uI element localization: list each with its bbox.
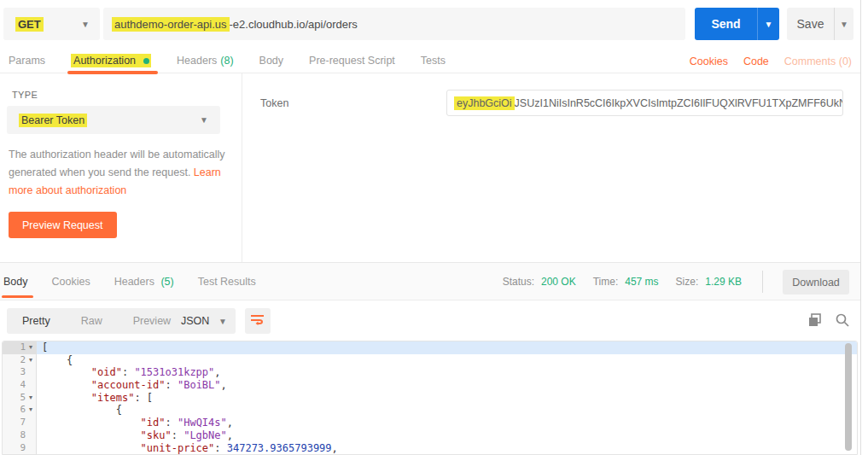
method-select[interactable]: GET ▼ [3, 8, 100, 40]
response-language-value: JSON [181, 315, 209, 327]
fold-caret-icon[interactable]: ▾ [26, 354, 36, 367]
preview-request-button[interactable]: Preview Request [9, 212, 117, 238]
fold-caret-icon[interactable]: ▾ [26, 404, 36, 417]
response-tab-body[interactable]: Body [3, 276, 28, 288]
editor-scrollbar[interactable] [845, 343, 852, 451]
copy-icon [808, 313, 822, 330]
code-link[interactable]: Code [743, 55, 769, 67]
code-line-text: { [37, 354, 857, 367]
tab-tests[interactable]: Tests [421, 55, 446, 67]
chevron-down-icon: ▼ [81, 20, 90, 29]
code-line-text: "unit-price": 347273.9365793999, [37, 442, 857, 455]
auth-help-text: The authorization header will be automat… [9, 146, 237, 200]
save-dropdown-button[interactable]: ▼ [834, 8, 853, 40]
chevron-down-icon: ▼ [200, 115, 208, 125]
code-line[interactable]: 3 "oid": "1531o31kzpp", [3, 366, 857, 379]
url-highlighted-part: authdemo-order-api.us [112, 17, 230, 32]
save-button[interactable]: Save [787, 8, 834, 40]
cookies-link[interactable]: Cookies [690, 55, 728, 67]
response-tab-cookies[interactable]: Cookies [52, 276, 90, 288]
response-view-toolbar: Pretty Raw Preview JSON ▼ [0, 300, 860, 340]
tab-params[interactable]: Params [9, 55, 45, 67]
auth-type-value: Bearer Token [19, 114, 87, 127]
code-line-text: "id": "HwQI4s", [37, 417, 857, 429]
code-line[interactable]: 7 "id": "HwQI4s", [3, 417, 857, 429]
token-rest-part: JSUzI1NiIsInR5cCI6IkpXVCIsImtpZCI6IlFUQX… [515, 97, 843, 109]
line-number-gutter[interactable]: 7 [3, 417, 37, 429]
wrap-lines-button[interactable] [245, 308, 271, 334]
view-mode-pretty[interactable]: Pretty [7, 308, 66, 334]
tab-authorization[interactable]: Authorization [71, 54, 151, 67]
response-language-select[interactable]: JSON ▼ [172, 308, 236, 334]
request-header-links: Cookies Code Comments (0) [690, 49, 852, 73]
tab-headers-label: Headers [177, 55, 217, 67]
tab-headers[interactable]: Headers (8) [177, 55, 234, 67]
line-number-gutter[interactable]: 6▾ [3, 404, 37, 417]
code-line-text: "oid": "1531o31kzpp", [37, 366, 857, 379]
tab-body[interactable]: Body [259, 55, 284, 67]
authorization-panel: TYPE Bearer Token ▼ The authorization he… [0, 73, 860, 262]
time-value: 457 ms [625, 276, 658, 288]
line-number-gutter[interactable]: 1▾ [3, 341, 37, 354]
tab-prerequest-script[interactable]: Pre-request Script [309, 55, 395, 67]
method-value: GET [15, 17, 44, 32]
tab-authorization-label: Authorization [71, 54, 138, 67]
response-header: Body Cookies Headers (5) Test Results St… [0, 262, 860, 300]
auth-enabled-dot [138, 54, 151, 67]
line-number-gutter[interactable]: 8 [3, 429, 37, 442]
code-line[interactable]: 9 "unit-price": 347273.9365793999, [3, 442, 857, 455]
download-button[interactable]: Download [783, 270, 849, 295]
code-line[interactable]: 6▾ { [3, 404, 857, 417]
response-body-editor[interactable]: 1▾[2▾ {3 "oid": "1531o31kzpp",4 "account… [2, 341, 858, 455]
response-tab-body-label: Body [3, 276, 28, 288]
panel-divider [242, 73, 242, 262]
fold-caret-icon[interactable]: ▾ [26, 392, 36, 405]
tab-headers-count: (8) [220, 55, 233, 67]
auth-type-select[interactable]: Bearer Token ▼ [7, 106, 220, 134]
token-label: Token [260, 97, 288, 109]
token-highlighted-part: eyJhbGciOi [454, 96, 515, 110]
search-icon [836, 313, 849, 330]
code-line-text: [ [37, 341, 857, 354]
code-line-text: "sku": "LgbNe", [37, 429, 857, 442]
response-tabs: Body Cookies Headers (5) Test Results [2, 263, 256, 300]
status-value: 200 OK [541, 276, 576, 288]
code-line-text: "items": [ [37, 392, 857, 405]
line-number-gutter[interactable]: 5▾ [3, 392, 37, 405]
code-lines: 1▾[2▾ {3 "oid": "1531o31kzpp",4 "account… [3, 341, 857, 454]
search-response-button[interactable] [833, 312, 852, 330]
response-status-row: Status: 200 OK Time: 457 ms Size: 1.29 K… [503, 263, 766, 300]
token-input[interactable]: eyJhbGciOiJSUzI1NiIsInR5cCI6IkpXVCIsImtp… [446, 90, 843, 116]
send-button[interactable]: Send [695, 8, 757, 40]
type-label: TYPE [12, 90, 38, 100]
send-dropdown-button[interactable]: ▼ [757, 8, 779, 40]
code-line[interactable]: 8 "sku": "LgbNe", [3, 429, 857, 442]
code-line-text: { [37, 404, 857, 417]
code-line-text: "account-id": "BoiBL", [37, 379, 857, 392]
comments-link[interactable]: Comments (0) [784, 55, 852, 67]
line-number-gutter[interactable]: 2▾ [3, 354, 37, 367]
line-number-gutter[interactable]: 3 [3, 366, 37, 379]
code-line[interactable]: 5▾ "items": [ [3, 392, 857, 405]
view-mode-segmented-control: Pretty Raw Preview [7, 308, 186, 334]
url-input[interactable]: authdemo-order-api.us-e2.cloudhub.io/api… [103, 8, 685, 40]
response-tab-test-results[interactable]: Test Results [198, 276, 256, 288]
auth-help-sentence: The authorization header will be automat… [9, 149, 225, 178]
line-number-gutter[interactable]: 9 [3, 442, 37, 455]
copy-response-button[interactable] [806, 312, 824, 330]
status-label: Status: [503, 276, 534, 288]
url-rest-part: -e2.cloudhub.io/api/orders [230, 18, 358, 31]
size-label: Size: [676, 276, 699, 288]
response-tab-headers-count: (5) [160, 276, 173, 288]
response-tab-headers[interactable]: Headers (5) [114, 276, 174, 288]
fold-caret-icon[interactable]: ▾ [26, 341, 36, 354]
postman-window: GET ▼ authdemo-order-api.us-e2.cloudhub.… [0, 0, 861, 455]
code-line[interactable]: 4 "account-id": "BoiBL", [3, 379, 857, 392]
view-mode-raw[interactable]: Raw [66, 308, 118, 334]
chevron-down-icon: ▼ [218, 317, 227, 326]
code-line[interactable]: 2▾ { [3, 354, 857, 367]
code-line[interactable]: 1▾[ [3, 341, 857, 354]
time-label: Time: [593, 276, 619, 288]
wrap-lines-icon [250, 313, 265, 329]
line-number-gutter[interactable]: 4 [3, 379, 37, 392]
